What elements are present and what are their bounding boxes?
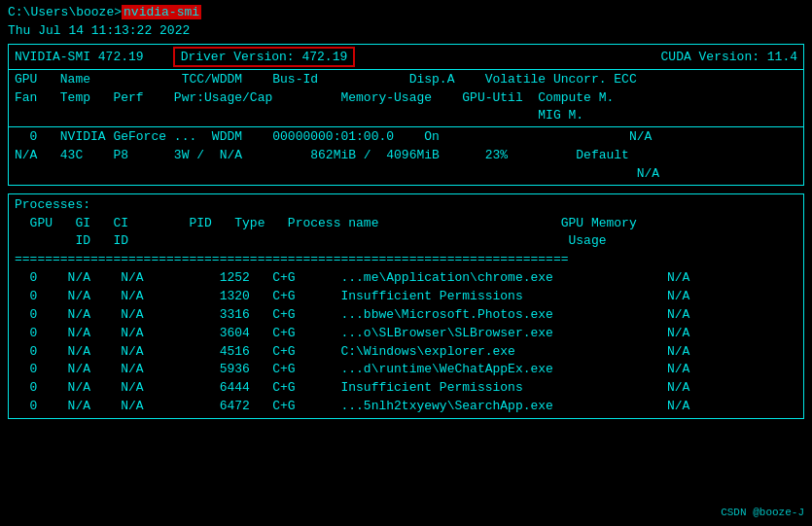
process-row: 0 N/A N/A 3604 C+G ...o\SLBrowser\SLBrow… [15,325,797,343]
prompt-line: C:\Users\booze>nvidia-smi [8,4,804,22]
process-row: 0 N/A N/A 1320 C+G Insufficient Permissi… [15,288,797,306]
driver-version-text: Driver Version: 472.19 [181,50,348,64]
driver-version-box: Driver Version: 472.19 [173,47,356,67]
process-row: 0 N/A N/A 6444 C+G Insufficient Permissi… [15,379,797,398]
cuda-version: CUDA Version: 11.4 [661,50,797,64]
col-header-row1: GPU Name TCC/WDDM Bus-Id Disp.A Volatile… [15,71,797,89]
process-row: 0 N/A N/A 1252 C+G ...me\Application\chr… [15,269,797,288]
process-row: 0 N/A N/A 6472 C+G ...5nlh2txyewy\Search… [15,398,797,416]
smi-version: NVIDIA-SMI 472.19 [15,50,144,64]
col-header-row3: MIG M. [15,107,797,125]
datetime-text: Thu Jul 14 11:13:22 2022 [8,23,190,38]
datetime-line: Thu Jul 14 11:13:22 2022 [8,22,804,41]
gpu-row-1: 0 NVIDIA GeForce ... WDDM 00000000:01:00… [15,128,797,147]
prompt-text: C:\Users\booze> [8,5,122,19]
watermark: CSDN @booze-J [721,507,804,518]
process-list: 0 N/A N/A 1252 C+G ...me\Application\chr… [15,269,797,416]
col-header-row2: Fan Temp Perf Pwr:Usage/Cap Memory-Usage… [15,89,797,108]
process-row: 0 N/A N/A 4516 C+G C:\Windows\explorer.e… [15,343,797,362]
proc-col-header: GPU GI CI PID Type Process name GPU Memo… [15,215,797,233]
proc-divider: ========================================… [15,251,797,269]
processes-header: Processes: [15,196,797,215]
process-row: 0 N/A N/A 3316 C+G ...bbwe\Microsoft.Pho… [15,306,797,325]
proc-col-header2: ID ID Usage [15,232,797,251]
command-text: nvidia-smi [122,5,201,19]
process-row: 0 N/A N/A 5936 C+G ...d\runtime\WeChatAp… [15,361,797,379]
gpu-row-3: N/A [15,165,797,184]
terminal-window: C:\Users\booze>nvidia-smi Thu Jul 14 11:… [0,0,812,526]
gpu-row-2: N/A 43C P8 3W / N/A 862MiB / 4096MiB 23%… [15,147,797,165]
